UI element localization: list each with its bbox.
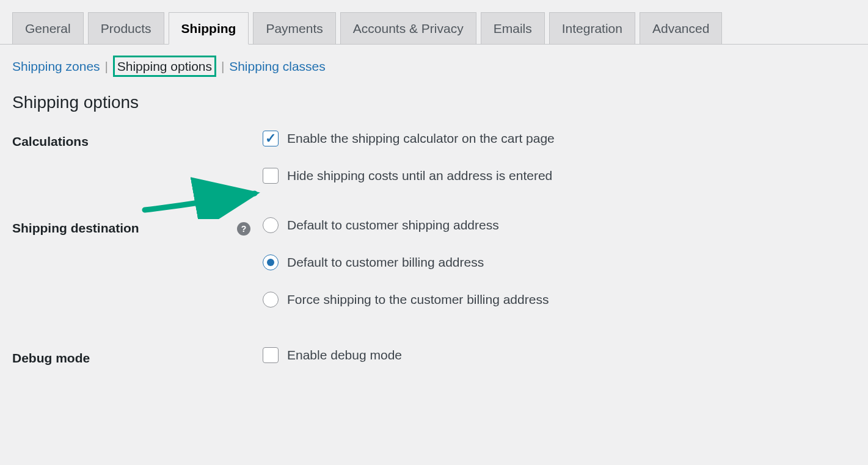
subnav-separator: | — [221, 59, 228, 73]
option-default-shipping: Default to customer shipping address — [263, 217, 856, 233]
tab-emails[interactable]: Emails — [481, 12, 545, 44]
row-shipping-destination: Shipping destination ? Default to custom… — [12, 217, 856, 308]
checkbox-enable-calculator[interactable] — [263, 131, 279, 146]
tab-advanced[interactable]: Advanced — [640, 12, 722, 44]
tab-general[interactable]: General — [12, 12, 84, 44]
label-default-shipping[interactable]: Default to customer shipping address — [287, 218, 499, 232]
option-enable-calculator: Enable the shipping calculator on the ca… — [263, 131, 856, 146]
radio-force-billing[interactable] — [263, 292, 279, 308]
tab-payments[interactable]: Payments — [253, 12, 335, 44]
label-shipping-destination: Shipping destination ? — [12, 217, 263, 236]
subnav-shipping-zones[interactable]: Shipping zones — [12, 59, 100, 73]
label-force-billing[interactable]: Force shipping to the customer billing a… — [287, 292, 549, 307]
checkbox-hide-costs[interactable] — [263, 168, 279, 184]
label-calculations: Calculations — [12, 131, 263, 149]
label-enable-debug[interactable]: Enable debug mode — [287, 348, 402, 362]
label-enable-calculator[interactable]: Enable the shipping calculator on the ca… — [287, 131, 555, 146]
page-title: Shipping options — [0, 88, 868, 131]
option-force-billing: Force shipping to the customer billing a… — [263, 292, 856, 308]
row-calculations: Calculations Enable the shipping calcula… — [12, 131, 856, 184]
tab-integration[interactable]: Integration — [549, 12, 635, 44]
tab-accounts-privacy[interactable]: Accounts & Privacy — [340, 12, 476, 44]
option-enable-debug: Enable debug mode — [263, 347, 856, 363]
label-debug-mode: Debug mode — [12, 347, 263, 366]
label-hide-costs[interactable]: Hide shipping costs until an address is … — [287, 168, 552, 183]
option-hide-costs: Hide shipping costs until an address is … — [263, 168, 856, 184]
tab-shipping[interactable]: Shipping — [169, 12, 249, 45]
shipping-subnav: Shipping zones | Shipping options | Ship… — [0, 45, 868, 88]
subnav-separator: | — [104, 59, 111, 73]
subnav-shipping-classes[interactable]: Shipping classes — [229, 59, 326, 73]
label-default-billing[interactable]: Default to customer billing address — [287, 255, 484, 270]
checkbox-enable-debug[interactable] — [263, 347, 279, 363]
tab-products[interactable]: Products — [88, 12, 164, 44]
option-default-billing: Default to customer billing address — [263, 254, 856, 270]
settings-tabs: General Products Shipping Payments Accou… — [0, 0, 868, 45]
radio-default-shipping[interactable] — [263, 217, 279, 233]
help-icon[interactable]: ? — [237, 222, 250, 236]
radio-default-billing[interactable] — [263, 254, 279, 270]
subnav-shipping-options[interactable]: Shipping options — [113, 56, 216, 77]
row-debug-mode: Debug mode Enable debug mode — [12, 347, 856, 366]
